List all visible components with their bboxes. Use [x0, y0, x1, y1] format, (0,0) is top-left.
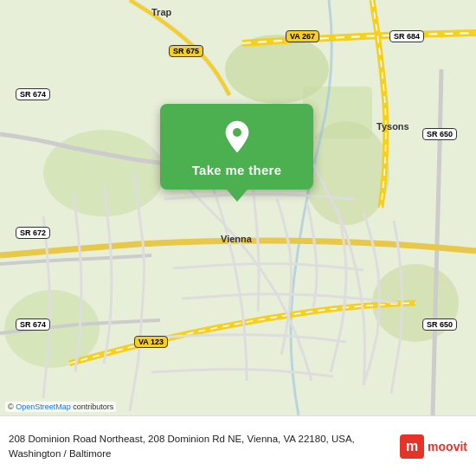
moovit-logo: m moovit [400, 434, 467, 459]
map-container: Trap Tysons Vienna SR 675 VA 267 SR 684 … [0, 0, 476, 415]
badge-sr672: SR 672 [16, 227, 50, 239]
svg-point-3 [43, 130, 164, 216]
take-me-there-button[interactable]: Take me there [192, 163, 282, 177]
badge-sr650-top: SR 650 [422, 128, 457, 140]
badge-va267: VA 267 [286, 30, 319, 42]
map-roads [0, 0, 476, 415]
osm-map-credit: © OpenStreetMap contributors [5, 402, 116, 412]
address-text: 208 Dominion Road Northeast, 208 Dominio… [9, 432, 391, 460]
badge-sr674-top: SR 674 [16, 88, 50, 100]
moovit-text: moovit [428, 440, 467, 453]
svg-rect-6 [303, 87, 372, 138]
badge-sr650-bottom: SR 650 [422, 318, 457, 331]
moovit-icon: m [400, 434, 424, 459]
bottom-bar: 208 Dominion Road Northeast, 208 Dominio… [0, 415, 476, 476]
badge-sr675: SR 675 [169, 45, 203, 57]
badge-sr674-bottom: SR 674 [16, 318, 50, 331]
location-pin-icon [220, 119, 254, 154]
popup-card: Take me there [160, 104, 313, 190]
svg-point-9 [233, 128, 241, 137]
badge-va123: VA 123 [134, 336, 168, 348]
badge-sr684: SR 684 [389, 30, 424, 42]
